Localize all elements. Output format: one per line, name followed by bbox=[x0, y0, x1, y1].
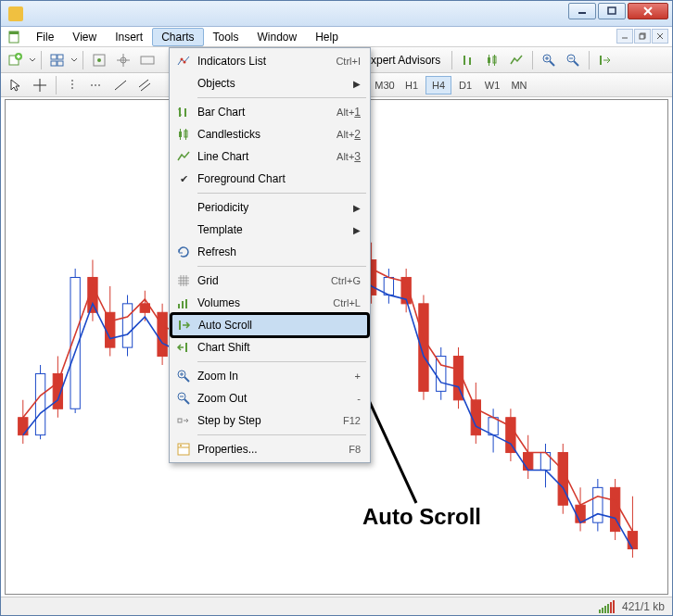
statusbar: 421/1 kb bbox=[1, 597, 672, 615]
channel-button[interactable] bbox=[133, 75, 156, 95]
menu-item-template[interactable]: Template▶ bbox=[171, 219, 368, 241]
menu-item-label: Chart Shift bbox=[194, 341, 361, 354]
crosshair-button[interactable] bbox=[29, 75, 51, 95]
menu-item-zoom-in[interactable]: Zoom In+ bbox=[171, 365, 368, 387]
auto-scroll-button[interactable] bbox=[594, 50, 616, 70]
svg-line-34 bbox=[550, 61, 554, 66]
line-chart-button[interactable] bbox=[505, 50, 527, 70]
menu-item-foreground-chart[interactable]: ✔Foreground Chart bbox=[171, 168, 368, 190]
new-chart-button[interactable] bbox=[5, 50, 27, 70]
menu-item-shortcut: Alt+3 bbox=[336, 150, 361, 163]
timeframe-m30[interactable]: M30 bbox=[372, 76, 398, 94]
mdi-close-button[interactable] bbox=[652, 29, 668, 44]
timeframe-h4[interactable]: H4 bbox=[425, 76, 451, 94]
svg-line-136 bbox=[184, 377, 189, 382]
menu-item-objects[interactable]: Objects▶ bbox=[171, 72, 368, 94]
menu-item-periodicity[interactable]: Periodicity▶ bbox=[171, 196, 368, 219]
candle-chart-button[interactable] bbox=[481, 50, 503, 70]
mdi-restore-button[interactable] bbox=[634, 29, 651, 44]
menu-separator bbox=[197, 361, 366, 362]
terminal-button[interactable] bbox=[136, 50, 159, 70]
svg-rect-132 bbox=[185, 299, 187, 308]
menu-separator bbox=[197, 434, 366, 435]
menu-item-label: Template bbox=[194, 223, 353, 236]
line-chart-icon bbox=[173, 149, 194, 164]
timeframe-h1[interactable]: H1 bbox=[399, 76, 425, 94]
zoom-in-icon bbox=[173, 369, 194, 383]
market-watch-button[interactable] bbox=[88, 50, 110, 70]
menu-item-label: Step by Step bbox=[194, 414, 343, 427]
navigator-button[interactable] bbox=[112, 50, 134, 70]
menubar: FileViewInsertChartsToolsWindowHelp bbox=[1, 27, 672, 47]
menu-item-shortcut: + bbox=[355, 371, 361, 382]
maximize-button[interactable] bbox=[598, 3, 626, 19]
menu-file[interactable]: File bbox=[27, 28, 63, 46]
svg-rect-49 bbox=[19, 418, 28, 435]
svg-rect-115 bbox=[593, 487, 603, 522]
menu-item-zoom-out[interactable]: Zoom Out- bbox=[171, 387, 368, 409]
svg-rect-8 bbox=[640, 34, 644, 39]
svg-rect-65 bbox=[158, 312, 167, 356]
zoom-in-button[interactable] bbox=[538, 50, 560, 70]
vertical-line-button[interactable] bbox=[61, 75, 83, 95]
timeframe-w1[interactable]: W1 bbox=[479, 76, 505, 94]
menu-item-indicators-list[interactable]: Indicators ListCtrl+I bbox=[171, 50, 368, 72]
trendline-button[interactable] bbox=[109, 75, 132, 95]
indicators-icon bbox=[173, 54, 194, 69]
svg-rect-111 bbox=[558, 453, 567, 506]
chart-shift-icon bbox=[173, 340, 194, 355]
menu-item-label: Zoom In bbox=[194, 370, 355, 383]
expert-advisors-label: Expert Advisors bbox=[363, 54, 440, 67]
menu-item-chart-shift[interactable]: Chart Shift bbox=[171, 336, 368, 358]
minimize-button[interactable] bbox=[568, 3, 596, 19]
menu-item-candlesticks[interactable]: CandlesticksAlt+2 bbox=[171, 123, 368, 145]
menu-item-volumes[interactable]: VolumesCtrl+L bbox=[171, 292, 368, 314]
menu-item-label: Zoom Out bbox=[194, 392, 357, 405]
menu-item-shortcut: - bbox=[357, 393, 361, 404]
menu-item-line-chart[interactable]: Line ChartAlt+3 bbox=[171, 145, 368, 168]
menu-item-shortcut: Ctrl+L bbox=[333, 297, 361, 308]
zoom-out-icon bbox=[173, 391, 194, 406]
svg-rect-16 bbox=[57, 55, 63, 59]
mdi-minimize-button[interactable] bbox=[616, 29, 633, 44]
menu-item-label: Auto Scroll bbox=[195, 319, 360, 332]
menu-item-label: Bar Chart bbox=[194, 106, 336, 119]
menu-item-grid[interactable]: GridCtrl+G bbox=[171, 270, 368, 292]
profiles-button[interactable] bbox=[46, 50, 69, 70]
menu-item-label: Refresh bbox=[194, 245, 361, 258]
svg-rect-59 bbox=[106, 312, 115, 347]
svg-rect-61 bbox=[122, 304, 132, 347]
zoom-out-button[interactable] bbox=[562, 50, 584, 70]
menu-window[interactable]: Window bbox=[248, 28, 307, 46]
menu-help[interactable]: Help bbox=[306, 28, 348, 46]
svg-rect-5 bbox=[9, 31, 19, 34]
close-button[interactable] bbox=[628, 3, 668, 19]
menu-item-label: Objects bbox=[194, 77, 353, 90]
window-controls bbox=[568, 3, 668, 19]
horizontal-line-button[interactable] bbox=[85, 75, 108, 95]
dropdown-arrow-icon[interactable] bbox=[70, 53, 78, 68]
svg-rect-142 bbox=[178, 419, 182, 422]
dropdown-arrow-icon[interactable] bbox=[29, 53, 36, 68]
menu-item-step-by-step[interactable]: Step by StepF12 bbox=[171, 409, 368, 432]
menu-item-shortcut: Alt+1 bbox=[336, 106, 361, 119]
menu-item-label: Grid bbox=[194, 274, 331, 287]
menu-item-auto-scroll[interactable]: Auto Scroll bbox=[171, 314, 368, 336]
timeframe-d1[interactable]: D1 bbox=[452, 76, 478, 94]
bar-chart-button[interactable] bbox=[457, 50, 479, 70]
svg-point-20 bbox=[97, 58, 101, 62]
menu-tools[interactable]: Tools bbox=[204, 28, 248, 46]
traffic-label: 421/1 kb bbox=[622, 600, 665, 613]
cursor-button[interactable] bbox=[5, 75, 27, 95]
menu-item-bar-chart[interactable]: Bar ChartAlt+1 bbox=[171, 101, 368, 123]
svg-rect-107 bbox=[524, 453, 533, 471]
document-icon bbox=[6, 29, 23, 45]
menu-separator bbox=[197, 266, 366, 267]
menu-insert[interactable]: Insert bbox=[106, 28, 152, 46]
menu-view[interactable]: View bbox=[63, 28, 106, 46]
menu-charts[interactable]: Charts bbox=[152, 28, 203, 46]
menu-item-properties[interactable]: Properties...F8 bbox=[171, 438, 368, 460]
menu-item-refresh[interactable]: Refresh bbox=[171, 241, 368, 263]
timeframe-mn[interactable]: MN bbox=[506, 76, 532, 94]
annotation-label: Auto Scroll bbox=[362, 504, 481, 530]
